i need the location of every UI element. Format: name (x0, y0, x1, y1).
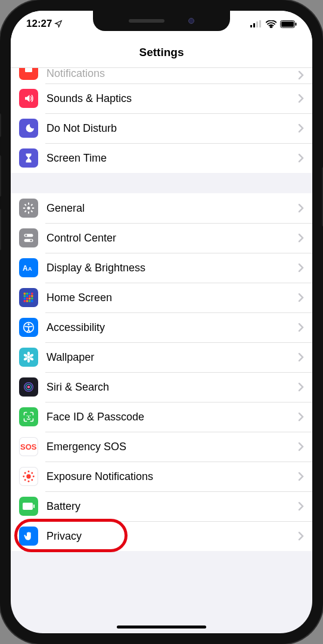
svg-rect-57 (33, 504, 35, 508)
chevron-right-icon (294, 293, 304, 302)
bell-icon (19, 68, 38, 80)
svg-point-45 (30, 416, 31, 417)
svg-point-32 (27, 323, 29, 325)
chevron-right-icon (294, 70, 304, 80)
svg-rect-27 (24, 300, 26, 302)
status-right (250, 20, 297, 28)
volume-down-button (0, 209, 1, 250)
svg-rect-28 (26, 300, 28, 302)
svg-rect-23 (24, 298, 26, 299)
settings-row-battery[interactable]: Battery (11, 491, 312, 521)
svg-point-37 (27, 359, 30, 363)
svg-rect-15 (24, 293, 26, 295)
settings-row-exposure-notifications[interactable]: Exposure Notifications (11, 462, 312, 491)
earpiece-speaker (129, 19, 164, 23)
svg-text:A: A (23, 264, 28, 273)
battery-icon (19, 497, 38, 516)
svg-rect-3 (259, 20, 261, 27)
chevron-right-icon (294, 233, 304, 243)
device-frame: 12:27 (0, 0, 323, 644)
sos-icon: SOS (19, 437, 38, 456)
settings-row-wallpaper[interactable]: Wallpaper (11, 342, 312, 372)
settings-row-privacy[interactable]: Privacy (11, 521, 312, 551)
nav-header: Settings (11, 37, 312, 68)
settings-row-general[interactable]: General (11, 193, 312, 223)
chevron-right-icon (294, 94, 304, 103)
svg-point-34 (27, 352, 30, 356)
settings-row-accessibility[interactable]: Accessibility (11, 312, 312, 342)
svg-point-12 (30, 240, 32, 242)
chevron-right-icon (294, 382, 304, 392)
settings-row-label: General (46, 202, 294, 215)
aa-icon: AA (19, 258, 38, 277)
settings-row-label: Siri & Search (46, 381, 294, 394)
svg-rect-30 (31, 300, 33, 302)
svg-rect-25 (29, 298, 30, 299)
faceid-icon (19, 407, 38, 426)
settings-row-label: Control Center (46, 232, 294, 244)
moon-icon (19, 119, 38, 138)
settings-row-label: Battery (46, 500, 294, 513)
svg-point-33 (27, 356, 30, 359)
svg-text:SOS: SOS (20, 442, 37, 451)
accessibility-icon (19, 318, 38, 337)
svg-rect-56 (23, 503, 33, 510)
status-left: 12:27 (26, 18, 63, 30)
chevron-right-icon (294, 323, 304, 332)
settings-row-label: Display & Brightness (46, 262, 294, 274)
svg-point-49 (31, 472, 33, 474)
settings-row-home-screen[interactable]: Home Screen (11, 283, 312, 312)
settings-row-emergency-sos[interactable]: SOSEmergency SOS (11, 432, 312, 462)
volume-up-button (0, 155, 1, 197)
svg-point-8 (27, 207, 30, 210)
svg-text:A: A (28, 266, 32, 272)
settings-list[interactable]: NotificationsSounds & HapticsDo Not Dist… (11, 68, 312, 633)
settings-row-label: Do Not Disturb (46, 122, 294, 135)
svg-point-10 (25, 234, 27, 236)
svg-rect-1 (253, 23, 255, 27)
gear-icon (19, 199, 38, 218)
chevron-right-icon (294, 153, 304, 163)
svg-point-55 (24, 472, 26, 474)
chevron-right-icon (294, 472, 304, 481)
settings-row-sounds-haptics[interactable]: Sounds & Haptics (11, 83, 312, 113)
home-indicator[interactable] (117, 626, 206, 628)
settings-row-label: Exposure Notifications (46, 470, 294, 483)
battery-icon (280, 20, 297, 28)
svg-point-43 (27, 386, 30, 389)
settings-row-control-center[interactable]: Control Center (11, 223, 312, 253)
svg-rect-22 (31, 295, 33, 297)
settings-row-display-brightness[interactable]: AADisplay & Brightness (11, 253, 312, 283)
settings-row-label: Emergency SOS (46, 441, 294, 453)
svg-point-52 (28, 481, 30, 482)
svg-point-50 (33, 476, 35, 478)
settings-row-screen-time[interactable]: Screen Time (11, 143, 312, 173)
settings-row-face-id-passcode[interactable]: Face ID & Passcode (11, 402, 312, 432)
svg-point-54 (23, 476, 24, 478)
svg-rect-6 (296, 23, 297, 26)
settings-row-siri-search[interactable]: Siri & Search (11, 372, 312, 402)
notch (93, 11, 230, 31)
settings-row-label: Notifications (46, 68, 294, 80)
page-title: Settings (139, 46, 184, 59)
svg-point-51 (31, 479, 33, 481)
screen: 12:27 (11, 11, 312, 633)
settings-row-label: Screen Time (46, 152, 294, 165)
grid-icon (19, 288, 38, 307)
siri-icon (19, 377, 38, 397)
svg-rect-0 (250, 25, 252, 27)
svg-rect-19 (24, 295, 26, 297)
mute-switch (0, 113, 1, 137)
svg-rect-29 (29, 300, 30, 302)
svg-rect-26 (31, 298, 33, 299)
settings-row-do-not-disturb[interactable]: Do Not Disturb (11, 113, 312, 143)
location-arrow-icon (54, 20, 63, 28)
chevron-right-icon (294, 501, 304, 511)
settings-row-notifications[interactable]: Notifications (11, 68, 312, 83)
chevron-right-icon (294, 203, 304, 213)
chevron-right-icon (294, 352, 304, 362)
settings-row-label: Privacy (46, 530, 294, 543)
svg-point-44 (27, 416, 28, 417)
exposure-icon (19, 467, 38, 486)
settings-group-1: GeneralControl CenterAADisplay & Brightn… (11, 193, 312, 551)
